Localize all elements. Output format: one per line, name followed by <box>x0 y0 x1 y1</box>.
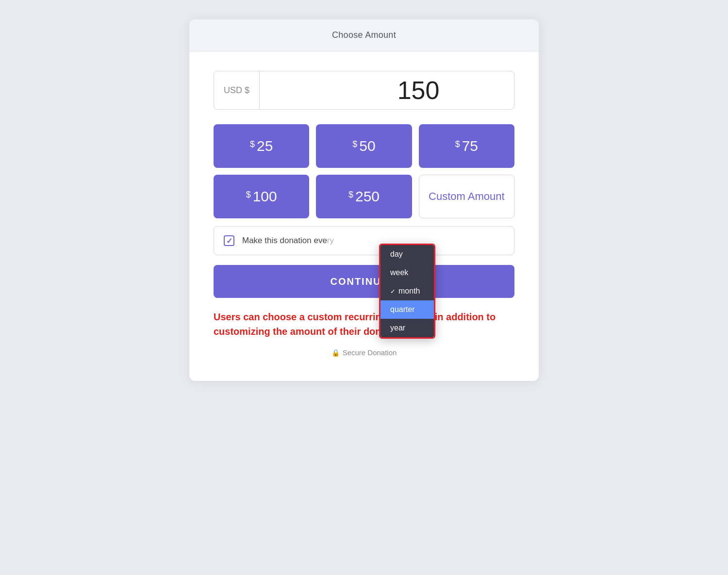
annotation-text: Users can choose a custom recurring sche… <box>214 310 514 339</box>
preset-btn-75[interactable]: $ 75 <box>419 124 514 168</box>
card-body: USD $ $ 25 $ 50 $ 75 $ 100 $ 250 <box>189 51 539 381</box>
checkbox-check-icon: ✓ <box>226 236 232 246</box>
preset-amount-75: 75 <box>462 138 478 154</box>
secure-row: 🔒 Secure Donation <box>214 348 514 366</box>
currency-label: USD $ <box>214 71 260 109</box>
dollar-sign: $ <box>348 190 353 200</box>
secure-label: Secure Donation <box>343 348 397 357</box>
amount-input-wrapper: USD $ <box>214 71 514 110</box>
custom-amount-btn[interactable]: Custom Amount <box>419 175 514 218</box>
dropdown-option-quarter[interactable]: quarter <box>381 300 434 319</box>
option-label-year: year <box>390 324 405 332</box>
frequency-dropdown[interactable]: day week ✓ month quarter year <box>379 244 435 339</box>
continue-button[interactable]: CONTINUE › <box>214 265 514 298</box>
page-title: Choose Amount <box>332 30 396 40</box>
preset-btn-25[interactable]: $ 25 <box>214 124 309 168</box>
preset-btn-100[interactable]: $ 100 <box>214 175 309 218</box>
preset-btn-250[interactable]: $ 250 <box>316 175 412 218</box>
recurring-row: ✓ Make this donation every day week ✓ mo… <box>214 226 514 255</box>
lock-icon: 🔒 <box>331 349 340 357</box>
dollar-sign: $ <box>455 139 460 149</box>
preset-amount-100: 100 <box>253 188 277 205</box>
dollar-sign: $ <box>246 190 251 200</box>
dollar-sign: $ <box>352 139 357 149</box>
dropdown-list: day week ✓ month quarter year <box>381 245 434 337</box>
preset-btn-50[interactable]: $ 50 <box>316 124 412 168</box>
dropdown-option-week[interactable]: week <box>381 263 434 282</box>
checkmark-icon: ✓ <box>390 288 396 295</box>
preset-amount-25: 25 <box>257 138 273 154</box>
option-label-week: week <box>390 268 408 277</box>
recurring-label: Make this donation every <box>242 236 334 246</box>
card-header: Choose Amount <box>189 19 539 51</box>
preset-grid: $ 25 $ 50 $ 75 $ 100 $ 250 Custom Amount <box>214 124 514 218</box>
recurring-checkbox[interactable]: ✓ <box>224 235 234 246</box>
option-label-month: month <box>398 287 420 296</box>
dropdown-option-month[interactable]: ✓ month <box>381 282 434 300</box>
amount-input[interactable] <box>260 76 577 105</box>
dropdown-option-day[interactable]: day <box>381 245 434 263</box>
preset-amount-50: 50 <box>359 138 375 154</box>
dropdown-option-year[interactable]: year <box>381 319 434 337</box>
preset-amount-250: 250 <box>355 188 380 205</box>
option-label-quarter: quarter <box>390 305 415 314</box>
donation-card: Choose Amount USD $ $ 25 $ 50 $ 75 $ 100 <box>189 19 539 381</box>
option-label-day: day <box>390 250 403 259</box>
dollar-sign: $ <box>250 139 255 149</box>
